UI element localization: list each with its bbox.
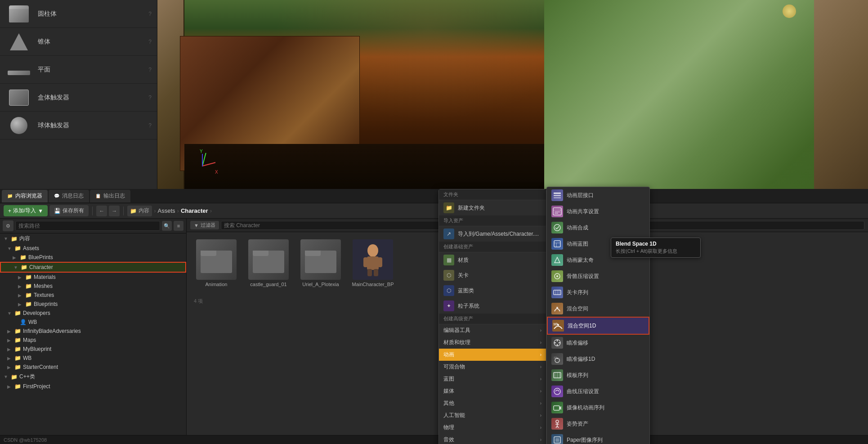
maincharacter-label: MainCharacter_BP xyxy=(352,282,394,287)
tree-item-maps[interactable]: ▶ 📁 Maps xyxy=(0,336,186,345)
shape-cylinder[interactable]: 圆柱体 ? xyxy=(0,0,157,28)
content-root-button[interactable]: 📁 内容 xyxy=(127,206,152,216)
shape-plane[interactable]: 平面 ? xyxy=(0,56,157,84)
tree-wb-label: WB xyxy=(28,319,37,325)
media-label: 媒体 xyxy=(443,387,454,395)
submenu-pose-asset[interactable]: 姿势资产 xyxy=(547,416,649,432)
menu-item-media[interactable]: 媒体 › xyxy=(439,385,546,397)
arrow-character: ▼ xyxy=(13,265,19,270)
anim-layer-icon xyxy=(551,189,563,201)
menu-item-blendable[interactable]: 可混合物 › xyxy=(439,361,546,373)
tree-item-content-root[interactable]: ▼ 📁 内容 xyxy=(0,233,186,244)
shape-box-trigger[interactable]: 盒体触发器 ? xyxy=(0,84,157,112)
tree-content-label: 内容 xyxy=(19,235,30,242)
menu-item-material-texture[interactable]: 材质和纹理 › xyxy=(439,336,546,349)
tab-message-log[interactable]: 💬 消息日志 xyxy=(49,190,89,202)
tree-item-character[interactable]: ▼ 📁 Character xyxy=(0,262,186,273)
tree-cpp-label: C++类 xyxy=(19,373,35,381)
svg-point-44 xyxy=(557,324,559,326)
svg-rect-2 xyxy=(201,251,216,253)
tree-item-wb[interactable]: 👤 WB xyxy=(0,318,186,327)
submenu-anim-layer[interactable]: 动画层接口 xyxy=(547,187,649,203)
menu-item-new-folder[interactable]: 📁 新建文件夹 xyxy=(439,200,546,215)
anim-blueprint-icon xyxy=(551,238,563,250)
menu-item-audio[interactable]: 音效 › xyxy=(439,434,546,444)
right-view xyxy=(544,0,868,189)
menu-item-editor-tools[interactable]: 编辑器工具 › xyxy=(439,324,546,336)
submenu-blend-space-1d[interactable]: 1D 混合空间1D xyxy=(547,317,649,335)
tree-item-developers[interactable]: ▼ 📁 Developers xyxy=(0,309,186,318)
tree-item-myblueprint[interactable]: ▶ 📁 MyBlueprint xyxy=(0,345,186,354)
pose-asset-label: 姿势资产 xyxy=(567,420,588,428)
new-folder-label: 新建文件夹 xyxy=(458,204,485,212)
file-item-maincharacter[interactable]: MainCharacter_BP xyxy=(350,239,395,287)
nav-forward-button[interactable]: → xyxy=(109,206,120,216)
tree-item-starter[interactable]: ▶ 📁 StarterContent xyxy=(0,363,186,372)
submenu-paper-flipbook[interactable]: Paper图像序列 xyxy=(547,432,649,444)
shape-cone[interactable]: 锥体 ? xyxy=(0,28,157,56)
menu-item-level[interactable]: ⬡ 关卡 xyxy=(439,268,546,283)
save-all-button[interactable]: 💾 保存所有 xyxy=(49,205,89,216)
menu-item-blueprint[interactable]: 蓝图 › xyxy=(439,373,546,385)
anim-composite-icon xyxy=(551,222,563,233)
curve-compress-icon xyxy=(551,386,563,397)
tree-item-firstproject[interactable]: ▶ 📁 FirstProject xyxy=(0,382,186,391)
arrow-infinity: ▶ xyxy=(7,329,13,334)
context-folder-section: 文件夹 xyxy=(439,189,546,200)
grid-view-button[interactable]: ≡ xyxy=(174,221,183,231)
viewport[interactable]: X Y xyxy=(157,0,544,189)
menu-item-physics[interactable]: 物理 › xyxy=(439,422,546,434)
submenu-anim-composite[interactable]: 动画合成 xyxy=(547,220,649,236)
menu-item-import[interactable]: ↗ 导入到/Game/Assets/Character.... xyxy=(439,226,546,242)
submenu-anim-share[interactable]: 动画共享设置 xyxy=(547,203,649,220)
textures-folder-icon: 📁 xyxy=(25,292,32,298)
submenu-aim-offset-1d[interactable]: 1D 瞄准偏移1D xyxy=(547,351,649,367)
tree-item-blueprints2[interactable]: ▶ 📁 Blueprints xyxy=(0,300,186,309)
menu-item-animation[interactable]: 动画 › xyxy=(439,349,546,361)
svg-rect-14 xyxy=(367,269,372,276)
tree-item-cpp[interactable]: ▼ 📁 C++类 xyxy=(0,372,186,382)
menu-item-ai[interactable]: 人工智能 › xyxy=(439,409,546,422)
menu-item-material[interactable]: ▦ 材质 xyxy=(439,252,546,268)
search-input[interactable] xyxy=(15,221,160,231)
submenu-aim-offset[interactable]: 瞄准偏移 xyxy=(547,335,649,351)
menu-item-blueprint-class[interactable]: ⬡ 蓝图类 xyxy=(439,283,546,298)
submenu-curve-compress[interactable]: 曲线压缩设置 xyxy=(547,383,649,399)
search-bar: ⚙ 🔍 ≡ xyxy=(0,219,186,233)
filter-button[interactable]: ▼ 过滤器 xyxy=(190,221,219,229)
tree-item-wb2[interactable]: ▶ 📁 WB xyxy=(0,354,186,363)
svg-point-41 xyxy=(556,307,558,309)
tree-item-infinity[interactable]: ▶ 📁 InfinityBladeAdversaries xyxy=(0,327,186,336)
uriel-label: Uriel_A_Plotexia xyxy=(302,282,339,287)
tree-item-assets[interactable]: ▼ 📁 Assets xyxy=(0,244,186,253)
breadcrumb-sep-1: › xyxy=(154,207,156,214)
submenu-camera-anim[interactable]: 摄像机动画序列 xyxy=(547,399,649,416)
level-icon: ⬡ xyxy=(443,270,454,281)
tab-output-log[interactable]: 📋 输出日志 xyxy=(90,190,130,202)
animation-arrow: › xyxy=(540,352,541,357)
tree-item-meshes[interactable]: ▶ 📁 Meshes xyxy=(0,282,186,291)
menu-item-particles[interactable]: ✦ 粒子系统 xyxy=(439,298,546,314)
tree-settings-button[interactable]: ⚙ xyxy=(3,220,13,231)
breadcrumb-assets[interactable]: Assets xyxy=(158,207,175,214)
add-import-button[interactable]: + 添加/导入 ▼ xyxy=(4,205,48,216)
file-item-uriel[interactable]: Uriel_A_Plotexia xyxy=(298,239,343,287)
tree-item-materials[interactable]: ▶ 📁 Materials xyxy=(0,273,186,282)
tree-item-blueprints[interactable]: ▶ 📁 BluePrints xyxy=(0,253,186,262)
context-basic-section: 创建基础资产 xyxy=(439,242,546,252)
arrow-cpp: ▼ xyxy=(4,374,9,379)
shape-sphere-trigger[interactable]: 球体触发器 ? xyxy=(0,112,157,139)
submenu-level-sequence[interactable]: 关卡序列 xyxy=(547,284,649,300)
menu-item-other[interactable]: 其他 › xyxy=(439,397,546,409)
tab-content-browser[interactable]: 📁 内容浏览器 xyxy=(2,190,48,202)
submenu-template-sequence[interactable]: 模板序列 xyxy=(547,367,649,383)
file-item-animation[interactable]: Animation xyxy=(194,239,239,287)
breadcrumb-sep-3: › xyxy=(210,207,212,214)
tree-item-textures[interactable]: ▶ 📁 Textures xyxy=(0,291,186,300)
submenu-bone-compress[interactable]: 骨骼压缩设置 xyxy=(547,268,649,284)
level-sequence-icon xyxy=(551,287,563,298)
submenu-blend-space[interactable]: 混合空间 xyxy=(547,300,649,317)
file-item-castle-guard[interactable]: castle_guard_01 xyxy=(246,239,291,287)
nav-back-button[interactable]: ← xyxy=(96,206,107,216)
search-button[interactable]: 🔍 xyxy=(162,221,172,231)
